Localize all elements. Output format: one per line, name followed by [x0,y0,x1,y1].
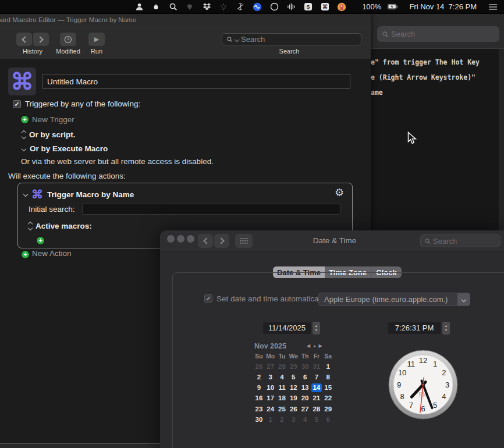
log-search-input[interactable]: Search [377,26,499,42]
initial-search-input[interactable] [82,204,340,215]
disclosure-chevron-icon[interactable] [23,192,28,197]
date-field[interactable]: 11/14/2025 [263,322,311,334]
add-macro-plus-icon[interactable]: + [37,237,44,244]
action-header[interactable]: ⌘ Trigger Macro by Name [24,189,134,200]
calendar-day[interactable]: 28 [276,362,287,371]
command-app-icon[interactable]: ⌘ [320,2,330,12]
time-field[interactable]: 7:26:31 PM [388,322,441,334]
calendar-day[interactable]: 19 [288,394,299,403]
menu-bar-clock[interactable]: Fri Nov 14 7:26 PM [409,2,477,11]
calendar-day[interactable]: 12 [288,383,299,392]
calendar-day[interactable]: 28 [311,404,322,413]
calendar-day[interactable]: 23 [254,404,264,413]
calendar-day[interactable]: 2 [276,415,287,424]
new-trigger-link[interactable]: New Trigger [32,115,74,124]
calendar-today-icon[interactable]: ● [313,344,315,348]
history-back-button[interactable] [16,33,32,46]
calendar-day[interactable]: 3 [288,415,299,424]
text-tool-icon[interactable] [235,2,246,12]
time-stepper[interactable]: ▲▼ [442,322,450,335]
calendar-day[interactable]: 1 [323,362,333,371]
new-trigger-plus-icon[interactable]: + [21,116,29,123]
circle-app-icon[interactable] [269,2,279,12]
keyboard-maestro-icon: ⌘ [10,70,34,93]
or-by-script-label: Or by script. [29,130,76,139]
calendar-day[interactable]: 6 [323,415,333,424]
calendar-day[interactable]: 21 [311,394,322,403]
badge-app-icon[interactable] [336,2,347,12]
calendar-day[interactable]: 11 [276,383,287,392]
new-action-link[interactable]: New Action [32,249,72,258]
gear-icon[interactable]: ⚙ [335,186,344,199]
modified-button[interactable] [60,33,76,46]
clock-center-dot [422,383,424,385]
or-by-execute-row[interactable]: Or by Execute Macro [22,144,108,153]
dt-search-input[interactable]: Search [420,234,501,247]
km-title-bar[interactable]: oard Maestro Editor — Trigger Macro by N… [0,14,371,26]
calendar-day[interactable]: 17 [265,394,276,403]
new-action-plus-icon[interactable]: + [22,251,29,258]
clock-number: 8 [400,392,404,401]
calendar-day[interactable]: 6 [300,372,310,381]
history-forward-button[interactable] [33,33,49,46]
calendar-day[interactable]: 22 [323,394,333,403]
calendar-day[interactable]: 4 [300,415,310,424]
calendar-day[interactable]: 30 [254,415,264,424]
wave-app-icon[interactable] [252,2,262,12]
ntp-server-dropdown[interactable]: Apple Europe (time.euro.apple.com.) [318,293,470,306]
calendar-day[interactable]: 27 [265,362,276,371]
calendar-day[interactable]: 7 [311,372,322,381]
calendar-day[interactable]: 10 [265,383,276,392]
calendar-day[interactable]: 26 [288,404,299,413]
calendar-day[interactable]: 27 [300,404,310,413]
calendar-month-label: Nov 2025 [254,342,286,350]
calendar-prev-icon[interactable]: ◀ [307,343,310,349]
scatter-icon[interactable] [218,2,229,12]
calendar-day[interactable]: 2 [254,372,264,381]
log-scrollbar[interactable] [499,49,504,230]
auto-time-checkbox[interactable]: ✓ [204,294,212,303]
km-search-input[interactable]: Search [222,33,361,45]
calendar-day[interactable]: 30 [300,362,310,371]
date-stepper[interactable]: ▲▼ [313,322,320,335]
calendar-day[interactable]: 29 [323,404,333,413]
macro-icon-tile[interactable]: ⌘ [8,67,36,95]
waveform-icon[interactable] [286,2,296,12]
calendar-day[interactable]: 16 [254,394,264,403]
calendar-day[interactable]: 15 [323,383,333,392]
flame-icon[interactable] [151,2,161,12]
or-by-script-row[interactable]: Or by script. [22,130,76,139]
s-app-icon[interactable]: S [303,2,313,12]
list-menu-icon[interactable] [488,2,498,12]
calendar-day[interactable]: 13 [300,383,310,392]
calendar-day[interactable]: 29 [288,362,299,371]
diamond-icon[interactable] [184,2,195,12]
calendar-day[interactable]: 26 [254,362,264,371]
calendar-day[interactable]: 9 [254,383,264,392]
calendar-day[interactable]: 18 [276,394,287,403]
calendar-day[interactable]: 3 [265,372,276,381]
triggered-checkbox[interactable]: ✓ [13,100,21,108]
dropdown-button[interactable] [457,293,470,305]
calendar-selected-day[interactable]: 14 [311,383,322,392]
macro-name-field[interactable]: Untitled Macro [42,74,350,89]
calendar-day[interactable]: 25 [276,404,287,413]
dt-title-bar[interactable]: Date & Time Search [160,230,504,251]
calendar-next-icon[interactable]: ▶ [318,343,322,349]
calendar-day[interactable]: 24 [265,404,276,413]
calendar-day[interactable]: 4 [276,372,287,381]
spotlight-icon[interactable] [168,2,178,12]
run-button[interactable]: ▶ [88,33,105,46]
calendar-day[interactable]: 31 [311,362,322,371]
calendar-day-headers: SuMoTuWeThFrSa [253,353,334,361]
calendar-day[interactable]: 8 [323,372,333,381]
dropbox-icon[interactable] [201,2,212,12]
clock-number: 12 [419,356,427,365]
clock-number: 2 [442,368,446,377]
calendar-day[interactable]: 5 [288,372,299,381]
active-macros-row[interactable]: Active macros: [29,222,92,230]
calendar-day[interactable]: 5 [311,415,322,424]
calendar-day[interactable]: 1 [265,415,276,424]
calendar-day[interactable]: 20 [300,394,310,403]
user-icon[interactable] [134,2,144,12]
